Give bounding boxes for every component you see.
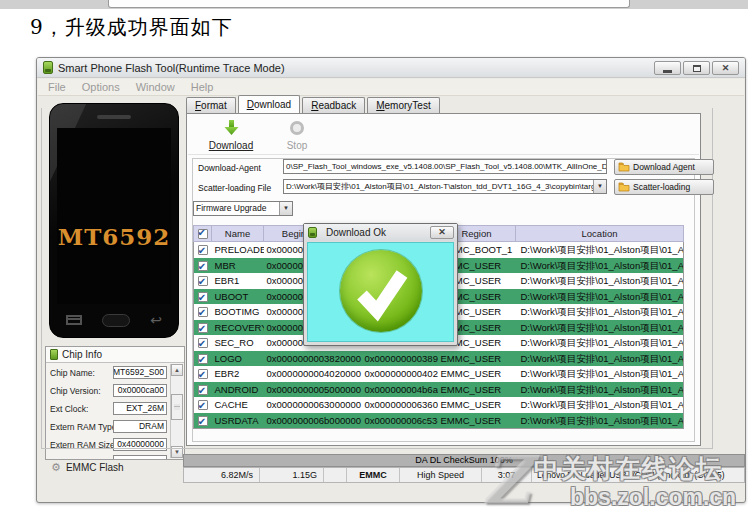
- menu-item[interactable]: File: [48, 81, 66, 93]
- close-icon: [438, 228, 446, 237]
- cell-name: EBR1: [212, 273, 264, 289]
- row-checkbox[interactable]: [198, 400, 208, 410]
- stop-icon: [275, 118, 319, 138]
- menu-item[interactable]: Window: [136, 81, 175, 93]
- row-checkbox[interactable]: [198, 292, 208, 302]
- folder-icon: [618, 162, 630, 172]
- cell-region: EMMC_USER: [438, 382, 516, 398]
- tab[interactable]: MemoryTest: [367, 97, 439, 113]
- table-row[interactable]: CACHE 0x0000000063000000 0x000000006360e…: [194, 397, 684, 413]
- cell-location: D:\Work\项目安排\01_Alston项目\01_Alston-T...: [516, 335, 684, 351]
- cell-location: D:\Work\项目安排\01_Alston项目\01_Alston-T...: [516, 382, 684, 398]
- tab[interactable]: Download: [238, 95, 301, 113]
- title-bar: Smart Phone Flash Tool(Runtime Trace Mod…: [37, 58, 745, 78]
- download-button[interactable]: Download: [201, 118, 261, 151]
- app-icon: [43, 61, 53, 74]
- row-checkbox[interactable]: [198, 385, 208, 395]
- cell-end-address: 0x000000004b6a117b: [362, 382, 438, 398]
- column-header[interactable]: Name: [212, 226, 264, 242]
- table-row[interactable]: EBR2 0x0000000004020000 0x00000000040201…: [194, 366, 684, 382]
- row-checkbox[interactable]: [198, 369, 208, 379]
- status-segment: High Speed: [400, 468, 482, 482]
- cell-location: D:\Work\项目安排\01_Alston项目\01_Alston-T...: [516, 273, 684, 289]
- menu-item[interactable]: Options: [82, 81, 120, 93]
- cell-begin-address: 0x0000000003820000: [264, 351, 362, 367]
- toolbar-separator: [188, 154, 699, 155]
- row-checkbox[interactable]: [198, 307, 208, 317]
- checkbox-checked-icon[interactable]: [198, 229, 208, 239]
- row-checkbox[interactable]: [198, 416, 208, 426]
- dialog-close-button[interactable]: [430, 226, 454, 239]
- cell-region: EMMC_USER: [438, 366, 516, 382]
- cell-begin-address: 0x0000000004020000: [264, 366, 362, 382]
- download-agent-path-field[interactable]: 0\SP_Flash_Tool_windows_exe_v5.1408.00\S…: [283, 159, 607, 174]
- cell-location: D:\Work\项目安排\01_Alston项目\01_Alston-T...: [516, 289, 684, 305]
- tab-strip: FormatDownloadReadbackMemoryTest: [186, 97, 442, 113]
- scatter-file-select[interactable]: D:\Work\项目安排\01_Alston项目\01_Alston-T\als…: [283, 179, 607, 194]
- restore-button[interactable]: [683, 61, 710, 75]
- scatter-loading-button[interactable]: Scatter-loading: [614, 179, 714, 195]
- stop-button[interactable]: Stop: [275, 118, 319, 151]
- cell-name: LOGO: [212, 351, 264, 367]
- row-checkbox[interactable]: [198, 338, 208, 348]
- row-checkbox[interactable]: [198, 354, 208, 364]
- row-checkbox[interactable]: [198, 261, 208, 271]
- cell-region: EMMC_USER: [438, 397, 516, 413]
- download-ok-dialog: Download Ok: [303, 223, 458, 346]
- column-header[interactable]: Location: [516, 226, 684, 242]
- dialog-body: [307, 242, 454, 342]
- dialog-app-icon: [308, 227, 317, 238]
- dropdown-arrow-icon[interactable]: [279, 202, 292, 215]
- status-segment: [324, 468, 347, 482]
- cell-end-address: 0x000000000389f0bd: [362, 351, 438, 367]
- cell-name: PRELOADER: [212, 242, 264, 258]
- table-row[interactable]: USRDATA 0x000000006b000000 0x000000006c5…: [194, 413, 684, 429]
- cell-end-address: 0x000000006c53e28b: [362, 413, 438, 429]
- dropdown-arrow-icon[interactable]: [593, 180, 606, 193]
- cell-location: D:\Work\项目安排\01_Alston项目\01_Alston-T...: [516, 320, 684, 336]
- close-icon: [722, 64, 730, 73]
- cell-region: EMMC_USER: [438, 351, 516, 367]
- cell-begin-address: 0x0000000063000000: [264, 397, 362, 413]
- row-checkbox[interactable]: [198, 245, 208, 255]
- download-agent-button[interactable]: Download Agent: [614, 159, 714, 175]
- status-segment: 6.82M/s: [184, 468, 260, 482]
- minimize-button[interactable]: [654, 61, 681, 75]
- cell-region: EMMC_USER: [438, 413, 516, 429]
- minimize-icon: [663, 70, 672, 73]
- firmware-mode-select[interactable]: Firmware Upgrade: [193, 201, 293, 216]
- tab[interactable]: Format: [186, 97, 236, 113]
- cell-location: D:\Work\项目安排\01_Alston项目\01_Alston-T...: [516, 351, 684, 367]
- status-segment: EMMC: [347, 468, 400, 482]
- cell-begin-address: 0x0000000005000000: [264, 382, 362, 398]
- scatter-file-label: Scatter-loading File: [198, 183, 271, 193]
- status-segment: Lenovo PreLoader USB VCOM (Android) (COM…: [532, 468, 744, 482]
- row-checkbox[interactable]: [198, 323, 208, 333]
- cell-name: RECOVERY: [212, 320, 264, 336]
- gear-icon: [51, 462, 61, 473]
- select-all-header[interactable]: [194, 226, 212, 242]
- tab[interactable]: Readback: [302, 97, 365, 113]
- emmc-flash-row: EMMC Flash: [51, 462, 124, 473]
- restore-icon: [693, 65, 701, 72]
- background-window-tab: [108, 0, 630, 8]
- app-window: Smart Phone Flash Tool(Runtime Trace Mod…: [36, 57, 746, 503]
- background-window-strip: [0, 0, 748, 9]
- folder-icon: [618, 182, 630, 192]
- close-button[interactable]: [712, 61, 739, 75]
- cell-name: UBOOT: [212, 289, 264, 305]
- row-checkbox[interactable]: [198, 276, 208, 286]
- status-bar: 6.82M/s1.15GEMMCHigh Speed3:07Lenovo Pre…: [183, 467, 745, 483]
- cell-end-address: 0x00000000040201ff: [362, 366, 438, 382]
- cell-location: D:\Work\项目安排\01_Alston项目\01_Alston-T...: [516, 304, 684, 320]
- window-title: Smart Phone Flash Tool(Runtime Trace Mod…: [58, 62, 285, 74]
- menu-item[interactable]: Help: [191, 81, 214, 93]
- cell-name: USRDATA: [212, 413, 264, 429]
- cell-name: CACHE: [212, 397, 264, 413]
- download-agent-label: Download-Agent: [198, 163, 261, 173]
- menu-bar: FileOptionsWindowHelp: [38, 79, 744, 96]
- table-row[interactable]: ANDROID 0x0000000005000000 0x000000004b6…: [194, 382, 684, 398]
- cell-name: BOOTIMG: [212, 304, 264, 320]
- table-row[interactable]: LOGO 0x0000000003820000 0x000000000389f0…: [194, 351, 684, 367]
- cell-end-address: 0x000000006360e093: [362, 397, 438, 413]
